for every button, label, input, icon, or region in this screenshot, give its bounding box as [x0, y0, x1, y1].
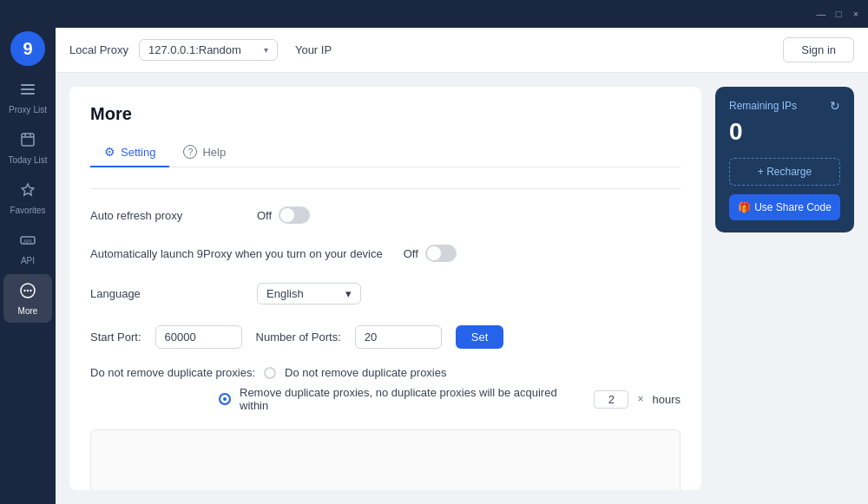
left-panel: More ⚙ Setting ? Help Auto refresh proxy — [69, 87, 701, 490]
today-list-label: Today List — [8, 155, 47, 165]
duplicate-option1-label: Do not remove duplicate proxies — [285, 366, 446, 379]
hours-input[interactable] — [594, 390, 628, 409]
tab-setting[interactable]: ⚙ Setting — [90, 138, 169, 167]
more-icon — [19, 282, 36, 304]
use-share-code-button[interactable]: 🎁 Use Share Code — [729, 194, 840, 220]
svg-text:API: API — [23, 239, 32, 244]
right-panel: Remaining IPs ↻ 0 + Recharge 🎁 Use Share… — [715, 87, 854, 490]
remaining-label: Remaining IPs — [729, 100, 797, 112]
page-title: More — [90, 104, 681, 124]
sidebar-item-proxy-list[interactable]: Proxy List — [3, 73, 52, 121]
language-label: Language — [90, 287, 247, 300]
remaining-header: Remaining IPs ↻ — [729, 99, 840, 113]
title-bar: — □ × — [0, 0, 868, 28]
auto-launch-toggle[interactable] — [425, 245, 457, 262]
duplicate-main-label: Do not remove duplicate proxies: — [90, 366, 255, 379]
set-button[interactable]: Set — [456, 325, 504, 349]
window-controls: — □ × — [816, 9, 861, 19]
svg-rect-3 — [22, 134, 34, 146]
local-proxy-label: Local Proxy — [69, 43, 128, 56]
setting-tab-icon: ⚙ — [104, 145, 115, 159]
auto-refresh-toggle[interactable] — [279, 206, 310, 224]
sign-in-button[interactable]: Sign in — [783, 37, 854, 62]
share-code-icon: 🎁 — [738, 201, 751, 213]
auto-refresh-label: Auto refresh proxy — [90, 209, 247, 222]
svg-rect-2 — [21, 93, 35, 95]
favorites-icon — [19, 181, 36, 203]
auto-launch-label: Automatically launch 9Proxy when you tur… — [90, 247, 383, 260]
top-bar: Local Proxy 127.0.0.1:Random ▾ Your IP S… — [56, 28, 868, 73]
your-ip-label: Your IP — [295, 43, 332, 56]
today-list-icon — [19, 131, 36, 153]
sidebar: 9 Proxy List Today List — [0, 28, 56, 504]
number-of-ports-label: Number of Ports: — [256, 331, 341, 344]
tab-help-label: Help — [202, 146, 226, 159]
hours-label: hours — [652, 393, 681, 406]
close-hours-icon[interactable]: × — [637, 393, 643, 405]
language-select[interactable]: English ▾ — [257, 283, 361, 304]
tabs: ⚙ Setting ? Help — [90, 138, 681, 167]
sidebar-item-more[interactable]: More — [3, 274, 52, 323]
minimize-button[interactable]: — — [816, 9, 826, 19]
sidebar-item-today-list[interactable]: Today List — [3, 123, 52, 172]
proxy-list-label: Proxy List — [9, 105, 47, 115]
language-value: English — [266, 287, 304, 300]
duplicate-row-2: Remove duplicate proxies, no duplicate p… — [90, 386, 681, 412]
tab-help[interactable]: ? Help — [169, 138, 240, 167]
tab-setting-label: Setting — [121, 146, 155, 159]
proxy-list-icon — [19, 81, 36, 102]
favorites-label: Favorites — [10, 206, 45, 215]
tab-divider — [90, 188, 681, 189]
duplicate-row-1: Do not remove duplicate proxies: Do not … — [90, 366, 681, 379]
svg-point-10 — [23, 289, 25, 291]
language-row: Language English ▾ — [90, 283, 681, 304]
log-textarea[interactable] — [90, 429, 681, 490]
auto-launch-row: Automatically launch 9Proxy when you tur… — [90, 245, 681, 262]
close-button[interactable]: × — [851, 9, 861, 19]
number-of-ports-input[interactable] — [355, 325, 442, 349]
duplicate-section: Do not remove duplicate proxies: Do not … — [90, 366, 681, 412]
sidebar-item-api[interactable]: API API — [3, 224, 52, 272]
auto-refresh-toggle-container: Off — [257, 206, 310, 224]
maximize-button[interactable]: □ — [833, 9, 844, 19]
proxy-select[interactable]: 127.0.0.1:Random ▾ — [139, 39, 278, 61]
radio-no-remove[interactable] — [264, 367, 276, 379]
svg-rect-0 — [21, 84, 35, 86]
share-code-label: Use Share Code — [754, 201, 832, 213]
remaining-card: Remaining IPs ↻ 0 + Recharge 🎁 Use Share… — [715, 87, 854, 232]
start-port-input[interactable] — [155, 325, 242, 349]
auto-launch-toggle-container: Off — [404, 245, 457, 262]
radio-remove[interactable] — [219, 393, 231, 405]
duplicate-option2-label: Remove duplicate proxies, no duplicate p… — [240, 386, 585, 412]
svg-point-11 — [27, 289, 29, 291]
content-area: Local Proxy 127.0.0.1:Random ▾ Your IP S… — [56, 28, 868, 504]
app-logo: 9 — [10, 31, 45, 66]
help-tab-icon: ? — [183, 145, 197, 159]
app-container: 9 Proxy List Today List — [0, 28, 868, 504]
auto-refresh-row: Auto refresh proxy Off — [90, 206, 681, 224]
api-icon: API — [19, 232, 36, 253]
chevron-down-icon: ▾ — [264, 45, 268, 55]
start-port-label: Start Port: — [90, 331, 141, 344]
sidebar-item-favorites[interactable]: Favorites — [3, 173, 52, 222]
proxy-value: 127.0.0.1:Random — [148, 43, 241, 56]
remaining-count: 0 — [729, 118, 840, 146]
more-label: More — [18, 306, 38, 316]
api-label: API — [21, 256, 35, 265]
auto-refresh-state: Off — [257, 209, 272, 222]
auto-launch-state: Off — [404, 247, 418, 260]
recharge-button[interactable]: + Recharge — [729, 158, 840, 186]
refresh-icon[interactable]: ↻ — [830, 99, 840, 113]
svg-point-12 — [30, 289, 31, 291]
main-content: More ⚙ Setting ? Help Auto refresh proxy — [56, 73, 868, 504]
svg-rect-1 — [21, 88, 35, 90]
port-row: Start Port: Number of Ports: Set — [90, 325, 681, 349]
language-chevron-icon: ▾ — [345, 287, 352, 300]
